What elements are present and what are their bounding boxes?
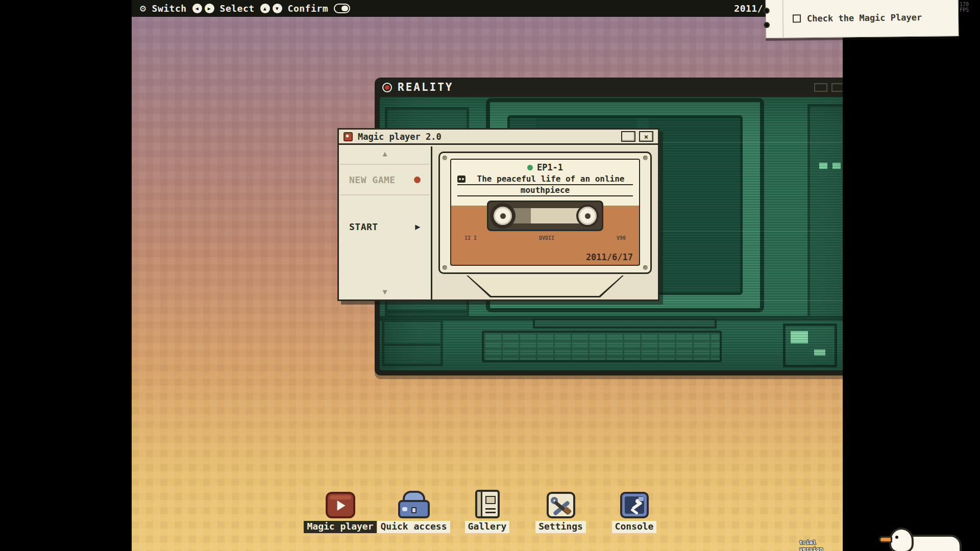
dock-label: Settings — [535, 521, 586, 533]
dock-item-gallery[interactable]: Gallery — [454, 488, 521, 533]
magic-player-icon — [326, 488, 355, 518]
task-text: Check the Magic Player — [807, 12, 922, 23]
console-icon — [620, 488, 649, 518]
record-icon — [382, 83, 392, 92]
play-triangle-icon — [337, 500, 345, 511]
dialog-body: ▲ NEW GAME START ▶ ▼ — [339, 146, 658, 299]
top-control-bar: ⚙ Switch ◀ ▶ Select ▲ ▼ Confirm 2011/ — [132, 0, 843, 17]
quick-access-icon — [398, 488, 430, 518]
duck-eye — [895, 536, 898, 539]
menu-item-new-game[interactable]: NEW GAME — [340, 164, 430, 195]
dialog-app-icon-dot — [346, 135, 349, 137]
switch-right-button[interactable]: ▶ — [205, 4, 214, 13]
cassette-label: EP1-1 The peaceful life of an online mou… — [450, 159, 640, 266]
record-dot-icon — [414, 177, 421, 183]
bag-shine — [402, 507, 407, 511]
album-photo — [485, 496, 496, 504]
cassette-bottom-edge — [467, 276, 624, 297]
confirm-key-icon[interactable] — [334, 4, 350, 13]
duck-head — [889, 528, 914, 551]
window-control-1[interactable] — [814, 83, 827, 92]
reality-window-controls — [814, 83, 843, 92]
close-button[interactable]: × — [639, 131, 653, 142]
screw-icon — [443, 265, 447, 270]
switch-buttons: ◀ ▶ — [192, 4, 214, 13]
switch-label: Switch — [152, 3, 187, 14]
mark-mid: DVDII — [539, 235, 554, 241]
scroll-up-icon[interactable]: ▲ — [339, 146, 431, 158]
reel-hub — [500, 213, 506, 219]
menu-item-start[interactable]: START ▶ — [340, 211, 430, 242]
left-reel-icon — [494, 207, 512, 225]
episode-menu: ▲ NEW GAME START ▶ ▼ — [339, 146, 432, 299]
fps-counter: 170 FPS — [960, 2, 980, 13]
dialog-titlebar[interactable]: Magic player 2.0 × — [339, 130, 658, 145]
confirm-key-inner — [341, 6, 348, 11]
cassette-pane: EP1-1 The peaceful life of an online mou… — [432, 146, 658, 299]
cassette-tape[interactable]: EP1-1 The peaceful life of an online mou… — [438, 152, 652, 274]
start-label: START — [349, 221, 378, 232]
trial-watermark: trial version — [799, 539, 843, 551]
screw-icon — [643, 156, 648, 160]
icon-highlight — [330, 495, 351, 499]
topbar-date: 2011/ — [734, 0, 763, 17]
keyboard — [482, 331, 722, 362]
settings-icon — [547, 488, 575, 518]
scroll-down-icon[interactable]: ▼ — [339, 288, 431, 296]
dialog-buttons: × — [621, 131, 653, 142]
task-note[interactable]: Check the Magic Player — [766, 0, 959, 38]
bag-clasp — [411, 507, 416, 513]
cassette-markings: II I DVDII V90 — [464, 235, 626, 241]
dock-item-quick-access[interactable]: Quick access — [380, 488, 448, 533]
gallery-icon — [475, 488, 500, 518]
screw-icon — [443, 156, 447, 160]
runner-icon — [620, 492, 649, 518]
dock-label: Console — [612, 521, 657, 533]
reel-hub — [585, 213, 591, 219]
album-icon — [475, 490, 500, 518]
screw-icon — [643, 265, 648, 270]
note-crease — [782, 0, 784, 38]
dock-item-settings[interactable]: Settings — [527, 488, 595, 533]
select-down-button[interactable]: ▼ — [273, 4, 282, 13]
cassette-date: 2011/6/17 — [586, 252, 633, 262]
new-game-label: NEW GAME — [349, 174, 396, 185]
duck-mascot — [876, 522, 964, 551]
confirm-label: Confirm — [288, 3, 328, 14]
cassette-bottom-face — [468, 276, 622, 296]
episode-number: EP1-1 — [537, 162, 563, 172]
dock-item-console[interactable]: Console — [601, 488, 668, 533]
episode-dot-icon — [527, 165, 533, 170]
cassette-label-top: EP1-1 The peaceful life of an online mou… — [451, 160, 639, 206]
monitor-stand — [533, 318, 717, 329]
rack-led — [819, 163, 827, 169]
switch-left-button[interactable]: ◀ — [192, 4, 202, 13]
gear-icon[interactable]: ⚙ — [140, 0, 146, 17]
dock-label: Magic player — [304, 521, 376, 533]
episode-title-line1: The peaceful life of an online — [457, 174, 633, 185]
minimize-button[interactable] — [621, 131, 635, 142]
reality-title: REALITY — [398, 81, 454, 93]
record-dot — [385, 85, 389, 90]
task-checkbox[interactable] — [793, 14, 801, 22]
select-label: Select — [220, 3, 255, 14]
album-spine — [477, 492, 482, 516]
right-reel-icon — [578, 207, 597, 225]
rack-led — [832, 163, 841, 169]
episode-title-line2: mouthpiece — [457, 185, 633, 196]
reality-titlebar[interactable]: REALITY — [375, 78, 843, 97]
drawer-cabinet — [382, 319, 443, 366]
album-lines — [485, 508, 496, 510]
magic-player-dialog: Magic player 2.0 × ▲ NEW GAME START ▶ ▼ — [337, 128, 659, 301]
dock-item-magic-player[interactable]: Magic player — [307, 488, 374, 533]
dock-label: Quick access — [377, 521, 450, 533]
duck-beak — [879, 536, 892, 543]
mark-left: II I — [464, 235, 477, 241]
select-up-button[interactable]: ▲ — [260, 4, 270, 13]
window-control-2[interactable] — [831, 83, 843, 92]
episode-row: EP1-1 — [451, 160, 639, 172]
desktop-dock: Magic player Quick access G — [132, 488, 843, 533]
mark-right: V90 — [617, 235, 626, 241]
console-corner — [639, 497, 644, 501]
video-player-icon — [326, 492, 355, 518]
